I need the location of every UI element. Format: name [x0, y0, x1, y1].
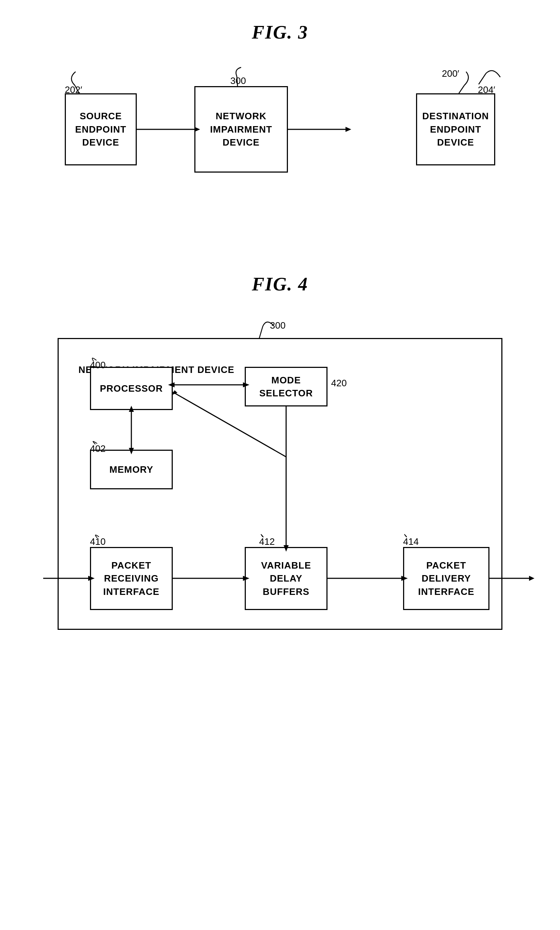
fig3-ref-200: 200′ — [442, 68, 459, 79]
svg-marker-27 — [529, 576, 534, 581]
mode-selector-box: MODESELECTOR — [245, 367, 327, 406]
fig3-ref-202: 202′ — [65, 84, 82, 95]
svg-line-4 — [479, 74, 486, 84]
fig3-diagram: 200′ SOURCEENDPOINTDEVICE 202′ NETWORKIM… — [43, 65, 517, 216]
fig3-ref-204: 204′ — [478, 84, 495, 95]
fig4-ref-414: 414 — [403, 536, 419, 547]
fig4-ref-300: 300 — [270, 320, 285, 331]
fig4-ref-402: 402 — [90, 443, 106, 454]
fig3-title: FIG. 3 — [43, 22, 517, 43]
fig4-ref-420: 420 — [331, 377, 347, 389]
source-endpoint-box: SOURCEENDPOINTDEVICE — [65, 93, 137, 165]
page: FIG. 3 200′ SOURCEENDPOINTDEVICE 202′ NE… — [0, 0, 560, 930]
processor-box: PROCESSOR — [90, 367, 173, 410]
fig4-title: FIG. 4 — [43, 274, 517, 295]
destination-endpoint-box: DESTINATIONENDPOINTDEVICE — [416, 93, 495, 165]
fig4-diagram: NETWORK IMPAIRMENT DEVICE 300 PROCESSOR … — [43, 316, 517, 641]
network-impairment-box: NETWORKIMPAIRMENTDEVICE — [194, 86, 288, 172]
fig4-ref-410: 410 — [90, 536, 106, 547]
svg-line-8 — [259, 326, 263, 339]
fig4-ref-412: 412 — [259, 536, 275, 547]
svg-line-7 — [459, 85, 464, 93]
memory-box: MEMORY — [90, 450, 173, 489]
variable-delay-box: VARIABLEDELAYBUFFERS — [245, 547, 327, 610]
packet-receiving-box: PACKETRECEIVINGINTERFACE — [90, 547, 173, 610]
svg-marker-3 — [345, 127, 351, 132]
fig4-ref-400: 400 — [90, 360, 106, 371]
fig3-ref-300: 300 — [230, 75, 246, 86]
packet-delivery-box: PACKETDELIVERYINTERFACE — [403, 547, 489, 610]
